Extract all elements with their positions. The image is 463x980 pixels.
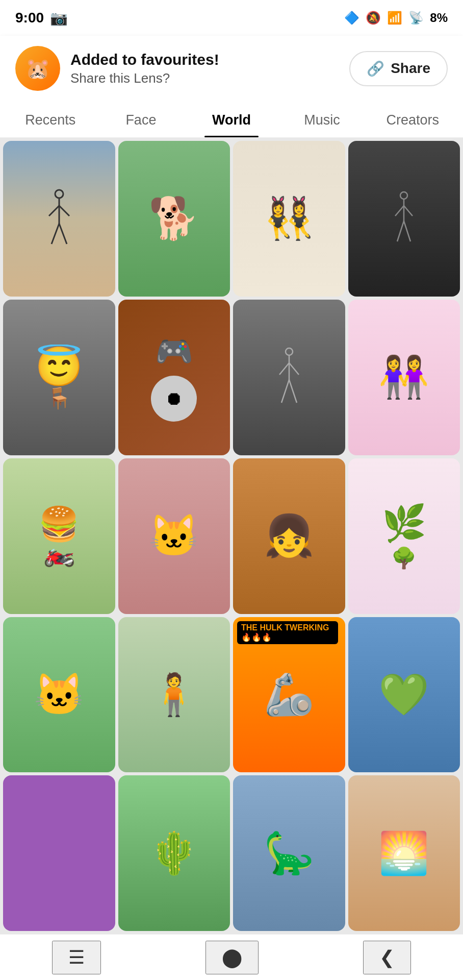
notification-subtitle: Share this Lens? xyxy=(70,70,219,86)
camera-icon: 📷 xyxy=(50,10,68,27)
tab-face[interactable]: Face xyxy=(96,101,187,137)
grid-item-3[interactable]: 👯‍♀️ xyxy=(233,141,345,297)
grid-item-7[interactable] xyxy=(233,300,345,455)
grid-item-16[interactable]: 💚 xyxy=(348,617,460,773)
notification-title: Added to favourites! xyxy=(70,51,219,68)
svg-line-15 xyxy=(289,363,299,375)
status-bar: 9:00 📷 🔷 🔕 📶 📡 8% xyxy=(0,0,463,36)
svg-line-9 xyxy=(404,206,413,216)
bluetooth-icon: 🔷 xyxy=(344,11,359,25)
time-display: 9:00 xyxy=(15,10,44,26)
svg-line-17 xyxy=(289,380,297,403)
grid-item-8[interactable]: 👭 xyxy=(348,300,460,455)
svg-line-16 xyxy=(281,380,289,403)
svg-line-10 xyxy=(397,221,404,241)
svg-point-12 xyxy=(286,348,293,355)
grid-item-11[interactable]: 👧 xyxy=(233,458,345,614)
grid-item-18[interactable]: 🌵 xyxy=(118,775,230,931)
nav-menu-button[interactable]: ☰ xyxy=(52,941,101,974)
signal-icon: 📡 xyxy=(408,11,424,25)
lens-avatar: 🐹 xyxy=(15,46,60,91)
svg-point-0 xyxy=(55,190,63,198)
svg-line-5 xyxy=(59,224,67,244)
notification-banner: 🐹 Added to favourites! Share this Lens? … xyxy=(0,36,463,101)
svg-line-3 xyxy=(59,206,69,216)
nav-home-button[interactable]: ⬤ xyxy=(205,941,259,974)
grid-item-15[interactable]: 🦾 THE HULK TWERKING 🔥🔥🔥 xyxy=(233,617,345,773)
grid-item-20[interactable]: 🌅 xyxy=(348,775,460,931)
svg-line-2 xyxy=(49,206,59,216)
wifi-icon: 📶 xyxy=(387,11,402,25)
share-label: Share xyxy=(391,60,430,77)
bottom-nav: ☰ ⬤ ❮ xyxy=(0,934,463,980)
grid-item-12[interactable]: 🌿 🌳 xyxy=(348,458,460,614)
grid-item-10[interactable]: 🐱 xyxy=(118,458,230,614)
share-icon: 🔗 xyxy=(367,60,384,77)
grid-item-5[interactable]: 😇 🪑 xyxy=(3,300,115,455)
svg-line-14 xyxy=(279,363,289,375)
share-button[interactable]: 🔗 Share xyxy=(349,51,448,86)
tab-creators[interactable]: Creators xyxy=(367,101,458,137)
grid-item-17[interactable] xyxy=(3,775,115,931)
grid-item-19[interactable]: 🦕 xyxy=(233,775,345,931)
grid-item-14[interactable]: 🧍 xyxy=(118,617,230,773)
tab-world[interactable]: World xyxy=(186,101,277,137)
svg-line-8 xyxy=(395,206,404,216)
lens-grid: 🐕 👯‍♀️ xyxy=(0,138,463,934)
sound-icon: 🔕 xyxy=(366,11,381,25)
grid-item-2[interactable]: 🐕 xyxy=(118,141,230,297)
svg-point-6 xyxy=(400,192,407,199)
tab-music[interactable]: Music xyxy=(277,101,368,137)
tab-recents[interactable]: Recents xyxy=(5,101,96,137)
grid-item-13[interactable]: 🐱 xyxy=(3,617,115,773)
svg-line-4 xyxy=(52,224,59,244)
svg-line-11 xyxy=(404,221,410,241)
nav-back-button[interactable]: ❮ xyxy=(363,941,411,974)
grid-item-4[interactable] xyxy=(348,141,460,297)
tabs-container: Recents Face World Music Creators xyxy=(0,101,463,138)
battery-display: 8% xyxy=(430,11,448,25)
grid-item-6[interactable]: 🎮 ⏺ xyxy=(118,300,230,455)
grid-item-1[interactable] xyxy=(3,141,115,297)
grid-item-9[interactable]: 🍔 🏍️ xyxy=(3,458,115,614)
hulk-badge: THE HULK TWERKING 🔥🔥🔥 xyxy=(237,621,338,644)
